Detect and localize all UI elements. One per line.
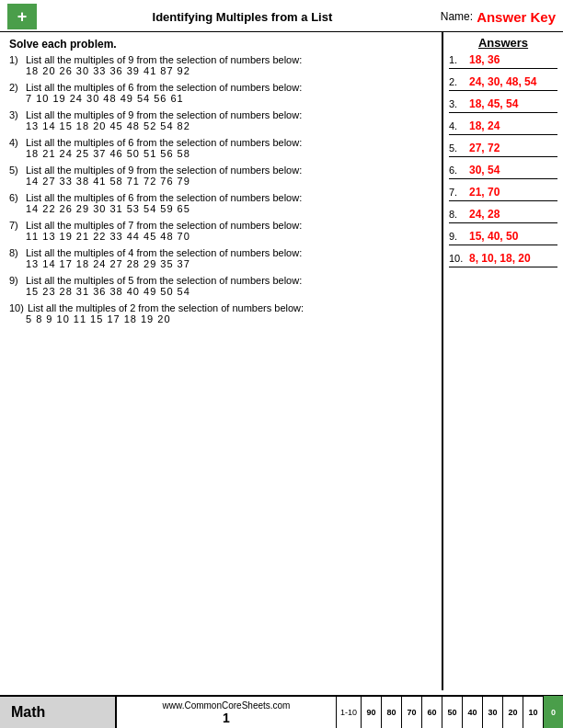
problem-1: 1) List all the multiples of 9 from the … [9,54,432,76]
problem-line: 2) List all the multiples of 6 from the … [9,82,432,93]
answer-number: 6. [449,165,469,176]
answer-number: 3. [449,98,469,109]
problem-number: 8) [9,247,22,258]
score-boxes-container: 9080706050403020100 [361,696,563,728]
problem-text: List all the multiples of 9 from the sel… [26,54,302,65]
score-box-20: 20 [502,696,523,728]
answer-row-5: 5. 27, 72 [449,142,557,157]
answer-number: 10. [449,253,469,264]
answer-value: 18, 24 [469,119,500,132]
answers-container: 1. 18, 36 2. 24, 30, 48, 54 3. 18, 45, 5… [449,53,557,267]
problem-text: List all the multiples of 9 from the sel… [26,109,302,120]
score-box-30: 30 [482,696,502,728]
problem-numbers: 14 27 33 38 41 58 71 72 76 79 [9,176,432,187]
name-label: Name: [441,10,473,23]
problem-line: 7) List all the multiples of 7 from the … [9,220,432,231]
answer-value: 24, 28 [469,208,500,221]
problem-number: 3) [9,109,22,120]
problem-text: List all the multiples of 6 from the sel… [26,82,302,93]
problem-number: 6) [9,192,22,203]
answer-row-3: 3. 18, 45, 54 [449,97,557,113]
answers-title: Answers [449,36,557,50]
problem-numbers: 13 14 15 18 20 45 48 52 54 82 [9,120,432,131]
header-right: Name: Answer Key [441,9,556,25]
score-range-label: 1-10 [336,696,361,728]
answer-number: 9. [449,231,469,242]
problem-number: 5) [9,165,22,176]
problem-number: 7) [9,220,22,231]
answer-number: 1. [449,54,469,65]
problem-number: 4) [9,137,22,148]
problem-numbers: 18 20 26 30 33 36 39 41 87 92 [9,65,432,76]
page-title: Identifying Multiples from a List [44,10,441,24]
problem-numbers: 18 21 24 25 37 46 50 51 56 58 [9,148,432,159]
problem-number: 2) [9,82,22,93]
problem-number: 10) [9,302,24,313]
main-content: Solve each problem. 1) List all the mult… [0,32,563,690]
problem-numbers: 13 14 17 18 24 27 28 29 35 37 [9,258,432,269]
problems-section: Solve each problem. 1) List all the mult… [0,32,443,690]
answer-row-4: 4. 18, 24 [449,119,557,135]
answer-value: 27, 72 [469,142,500,154]
answer-value: 21, 70 [469,186,500,199]
problem-numbers: 14 22 26 29 30 31 53 54 59 65 [9,203,432,214]
problem-line: 10) List all the multiples of 2 from the… [9,302,432,313]
problem-text: List all the multiples of 6 from the sel… [26,137,302,148]
problem-line: 3) List all the multiples of 9 from the … [9,109,432,120]
answer-value: 18, 36 [469,53,500,66]
answer-row-2: 2. 24, 30, 48, 54 [449,75,557,91]
score-box-0: 0 [543,696,563,728]
answer-row-1: 1. 18, 36 [449,53,557,69]
problem-numbers: 15 23 28 31 36 38 40 49 50 54 [9,286,432,297]
answer-value: 24, 30, 48, 54 [469,75,536,88]
problem-text: List all the multiples of 4 from the sel… [26,247,302,258]
score-box-60: 60 [421,696,442,728]
problem-text: List all the multiples of 2 from the sel… [28,302,304,313]
score-boxes: 1-10 9080706050403020100 [336,697,563,728]
answer-number: 4. [449,120,469,131]
problem-2: 2) List all the multiples of 6 from the … [9,82,432,104]
problem-line: 9) List all the multiples of 5 from the … [9,275,432,286]
problem-line: 4) List all the multiples of 6 from the … [9,137,432,148]
solve-instruction: Solve each problem. [9,38,432,51]
answer-number: 5. [449,142,469,154]
score-box-10: 10 [523,696,543,728]
problem-4: 4) List all the multiples of 6 from the … [9,137,432,159]
problem-text: List all the multiples of 9 from the sel… [26,165,302,176]
problem-numbers: 11 13 19 21 22 33 44 45 48 70 [9,231,432,242]
problem-line: 1) List all the multiples of 9 from the … [9,54,432,65]
answer-row-6: 6. 30, 54 [449,164,557,179]
problem-8: 8) List all the multiples of 4 from the … [9,247,432,269]
answer-value: 15, 40, 50 [469,230,518,243]
problem-9: 9) List all the multiples of 5 from the … [9,275,432,297]
footer-center: www.CommonCoreSheets.com 1 [117,697,336,728]
problem-10: 10) List all the multiples of 2 from the… [9,302,432,324]
problem-line: 6) List all the multiples of 6 from the … [9,192,432,203]
problem-line: 5) List all the multiples of 9 from the … [9,165,432,176]
score-box-50: 50 [442,696,462,728]
problem-numbers: 5 8 9 10 11 15 17 18 19 20 [9,313,432,324]
problem-line: 8) List all the multiples of 4 from the … [9,247,432,258]
problem-numbers: 7 10 19 24 30 48 49 54 56 61 [9,93,432,104]
answer-row-8: 8. 24, 28 [449,208,557,223]
answer-key-section: Answers 1. 18, 36 2. 24, 30, 48, 54 3. 1… [443,32,563,690]
answer-row-10: 10. 8, 10, 18, 20 [449,252,557,267]
score-box-70: 70 [401,696,421,728]
problems-container: 1) List all the multiples of 9 from the … [9,54,432,324]
answer-number: 8. [449,209,469,220]
score-box-40: 40 [462,696,482,728]
problem-3: 3) List all the multiples of 9 from the … [9,109,432,131]
answer-value: 30, 54 [469,164,500,176]
answer-value: 18, 45, 54 [469,97,518,110]
answer-row-7: 7. 21, 70 [449,186,557,201]
problem-5: 5) List all the multiples of 9 from the … [9,165,432,187]
logo-area: + [7,4,44,29]
logo-icon: + [7,4,37,29]
problem-text: List all the multiples of 5 from the sel… [26,275,302,286]
problem-6: 6) List all the multiples of 6 from the … [9,192,432,214]
score-box-90: 90 [361,696,381,728]
page-number: 1 [223,711,230,725]
answer-number: 7. [449,187,469,198]
problem-text: List all the multiples of 7 from the sel… [26,220,302,231]
answer-value: 8, 10, 18, 20 [469,252,531,265]
